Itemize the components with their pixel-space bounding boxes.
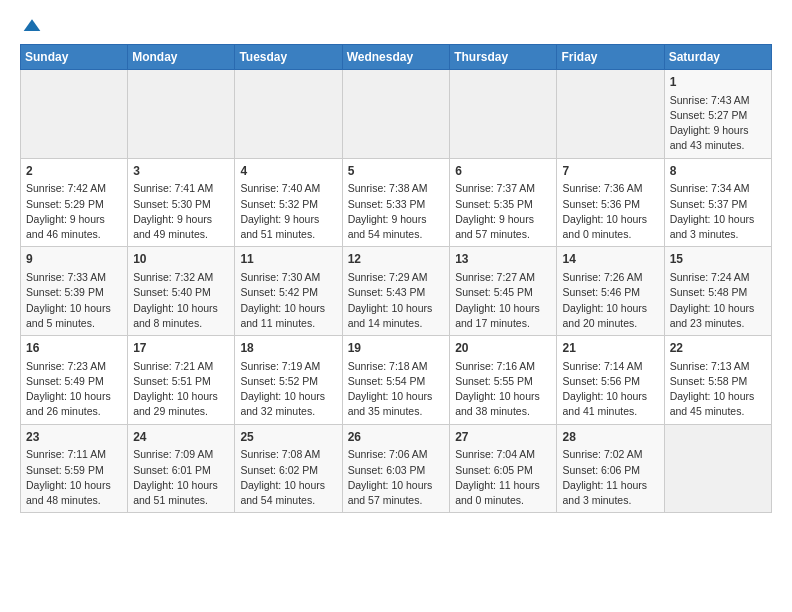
day-cell [21,70,128,159]
day-info: Sunrise: 7:32 AM Sunset: 5:40 PM Dayligh… [133,270,229,331]
svg-marker-0 [24,19,41,31]
weekday-header-thursday: Thursday [450,45,557,70]
logo-icon [22,16,42,36]
day-info: Sunrise: 7:18 AM Sunset: 5:54 PM Dayligh… [348,359,445,420]
day-info: Sunrise: 7:04 AM Sunset: 6:05 PM Dayligh… [455,447,551,508]
day-info: Sunrise: 7:29 AM Sunset: 5:43 PM Dayligh… [348,270,445,331]
day-number: 22 [670,340,766,357]
day-cell: 24Sunrise: 7:09 AM Sunset: 6:01 PM Dayli… [128,424,235,513]
day-number: 3 [133,163,229,180]
day-cell [450,70,557,159]
day-cell [664,424,771,513]
day-number: 4 [240,163,336,180]
day-cell [128,70,235,159]
week-row-1: 1Sunrise: 7:43 AM Sunset: 5:27 PM Daylig… [21,70,772,159]
day-info: Sunrise: 7:23 AM Sunset: 5:49 PM Dayligh… [26,359,122,420]
day-number: 23 [26,429,122,446]
day-cell: 1Sunrise: 7:43 AM Sunset: 5:27 PM Daylig… [664,70,771,159]
day-cell: 27Sunrise: 7:04 AM Sunset: 6:05 PM Dayli… [450,424,557,513]
day-number: 21 [562,340,658,357]
day-info: Sunrise: 7:09 AM Sunset: 6:01 PM Dayligh… [133,447,229,508]
day-number: 28 [562,429,658,446]
day-number: 20 [455,340,551,357]
weekday-header-sunday: Sunday [21,45,128,70]
weekday-header-friday: Friday [557,45,664,70]
day-number: 13 [455,251,551,268]
day-info: Sunrise: 7:26 AM Sunset: 5:46 PM Dayligh… [562,270,658,331]
day-cell: 6Sunrise: 7:37 AM Sunset: 5:35 PM Daylig… [450,158,557,247]
day-cell: 11Sunrise: 7:30 AM Sunset: 5:42 PM Dayli… [235,247,342,336]
day-cell [235,70,342,159]
day-info: Sunrise: 7:38 AM Sunset: 5:33 PM Dayligh… [348,181,445,242]
day-number: 19 [348,340,445,357]
day-number: 8 [670,163,766,180]
day-number: 14 [562,251,658,268]
day-number: 17 [133,340,229,357]
day-cell: 7Sunrise: 7:36 AM Sunset: 5:36 PM Daylig… [557,158,664,247]
day-number: 7 [562,163,658,180]
day-cell: 8Sunrise: 7:34 AM Sunset: 5:37 PM Daylig… [664,158,771,247]
day-info: Sunrise: 7:08 AM Sunset: 6:02 PM Dayligh… [240,447,336,508]
day-number: 12 [348,251,445,268]
day-cell: 10Sunrise: 7:32 AM Sunset: 5:40 PM Dayli… [128,247,235,336]
day-info: Sunrise: 7:33 AM Sunset: 5:39 PM Dayligh… [26,270,122,331]
calendar-body: 1Sunrise: 7:43 AM Sunset: 5:27 PM Daylig… [21,70,772,513]
day-cell: 21Sunrise: 7:14 AM Sunset: 5:56 PM Dayli… [557,336,664,425]
day-cell: 17Sunrise: 7:21 AM Sunset: 5:51 PM Dayli… [128,336,235,425]
day-cell: 9Sunrise: 7:33 AM Sunset: 5:39 PM Daylig… [21,247,128,336]
day-cell: 12Sunrise: 7:29 AM Sunset: 5:43 PM Dayli… [342,247,450,336]
day-number: 1 [670,74,766,91]
logo [20,16,42,36]
day-number: 5 [348,163,445,180]
day-number: 18 [240,340,336,357]
day-number: 15 [670,251,766,268]
day-cell: 18Sunrise: 7:19 AM Sunset: 5:52 PM Dayli… [235,336,342,425]
day-cell: 16Sunrise: 7:23 AM Sunset: 5:49 PM Dayli… [21,336,128,425]
week-row-3: 9Sunrise: 7:33 AM Sunset: 5:39 PM Daylig… [21,247,772,336]
day-cell [557,70,664,159]
weekday-header-tuesday: Tuesday [235,45,342,70]
day-info: Sunrise: 7:16 AM Sunset: 5:55 PM Dayligh… [455,359,551,420]
day-cell: 2Sunrise: 7:42 AM Sunset: 5:29 PM Daylig… [21,158,128,247]
day-info: Sunrise: 7:13 AM Sunset: 5:58 PM Dayligh… [670,359,766,420]
day-number: 10 [133,251,229,268]
day-number: 2 [26,163,122,180]
day-number: 16 [26,340,122,357]
day-info: Sunrise: 7:37 AM Sunset: 5:35 PM Dayligh… [455,181,551,242]
day-cell: 4Sunrise: 7:40 AM Sunset: 5:32 PM Daylig… [235,158,342,247]
day-info: Sunrise: 7:43 AM Sunset: 5:27 PM Dayligh… [670,93,766,154]
week-row-5: 23Sunrise: 7:11 AM Sunset: 5:59 PM Dayli… [21,424,772,513]
day-cell: 28Sunrise: 7:02 AM Sunset: 6:06 PM Dayli… [557,424,664,513]
weekday-row: SundayMondayTuesdayWednesdayThursdayFrid… [21,45,772,70]
day-cell: 25Sunrise: 7:08 AM Sunset: 6:02 PM Dayli… [235,424,342,513]
day-cell: 15Sunrise: 7:24 AM Sunset: 5:48 PM Dayli… [664,247,771,336]
day-info: Sunrise: 7:19 AM Sunset: 5:52 PM Dayligh… [240,359,336,420]
day-info: Sunrise: 7:41 AM Sunset: 5:30 PM Dayligh… [133,181,229,242]
day-info: Sunrise: 7:36 AM Sunset: 5:36 PM Dayligh… [562,181,658,242]
day-cell: 14Sunrise: 7:26 AM Sunset: 5:46 PM Dayli… [557,247,664,336]
day-number: 9 [26,251,122,268]
day-cell: 23Sunrise: 7:11 AM Sunset: 5:59 PM Dayli… [21,424,128,513]
weekday-header-saturday: Saturday [664,45,771,70]
day-number: 25 [240,429,336,446]
day-cell: 20Sunrise: 7:16 AM Sunset: 5:55 PM Dayli… [450,336,557,425]
day-number: 11 [240,251,336,268]
day-info: Sunrise: 7:02 AM Sunset: 6:06 PM Dayligh… [562,447,658,508]
day-number: 27 [455,429,551,446]
day-info: Sunrise: 7:27 AM Sunset: 5:45 PM Dayligh… [455,270,551,331]
day-info: Sunrise: 7:34 AM Sunset: 5:37 PM Dayligh… [670,181,766,242]
week-row-2: 2Sunrise: 7:42 AM Sunset: 5:29 PM Daylig… [21,158,772,247]
day-info: Sunrise: 7:11 AM Sunset: 5:59 PM Dayligh… [26,447,122,508]
day-info: Sunrise: 7:42 AM Sunset: 5:29 PM Dayligh… [26,181,122,242]
day-number: 24 [133,429,229,446]
day-info: Sunrise: 7:40 AM Sunset: 5:32 PM Dayligh… [240,181,336,242]
day-info: Sunrise: 7:24 AM Sunset: 5:48 PM Dayligh… [670,270,766,331]
day-number: 26 [348,429,445,446]
day-number: 6 [455,163,551,180]
calendar-table: SundayMondayTuesdayWednesdayThursdayFrid… [20,44,772,513]
page-header [20,16,772,36]
week-row-4: 16Sunrise: 7:23 AM Sunset: 5:49 PM Dayli… [21,336,772,425]
day-cell: 13Sunrise: 7:27 AM Sunset: 5:45 PM Dayli… [450,247,557,336]
day-cell: 19Sunrise: 7:18 AM Sunset: 5:54 PM Dayli… [342,336,450,425]
day-cell: 26Sunrise: 7:06 AM Sunset: 6:03 PM Dayli… [342,424,450,513]
